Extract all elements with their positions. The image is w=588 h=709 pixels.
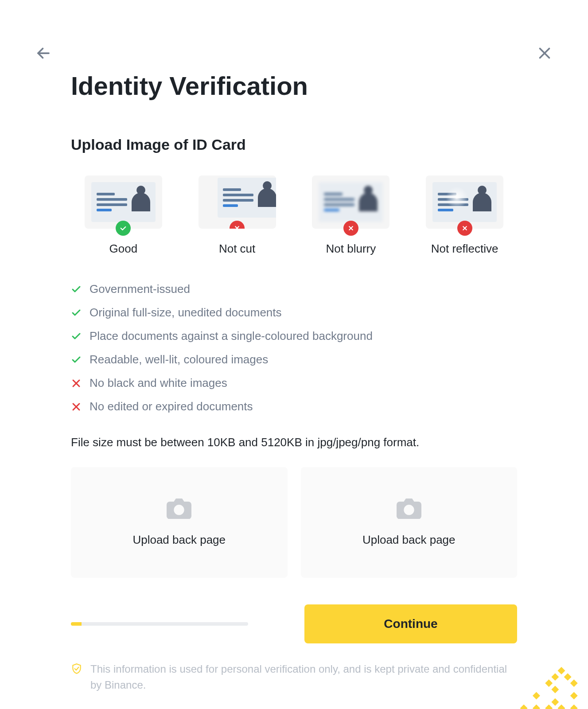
x-badge-icon: [457, 221, 472, 236]
rule-text: No edited or expired documents: [90, 400, 253, 413]
example-not-blurry: Not blurry: [299, 175, 404, 256]
svg-rect-14: [564, 673, 572, 681]
rule-item: Place documents against a single-coloure…: [71, 329, 517, 343]
continue-button[interactable]: Continue: [304, 604, 517, 643]
upload-back-box[interactable]: Upload back page: [301, 467, 518, 578]
example-card-reflective: [426, 175, 503, 229]
svg-rect-23: [551, 698, 559, 706]
example-not-cut: Not cut: [185, 175, 290, 256]
cross-icon: [71, 378, 82, 389]
svg-rect-26: [533, 692, 540, 700]
svg-rect-21: [551, 686, 559, 693]
rule-item: Original full-size, unedited documents: [71, 306, 517, 319]
check-icon: [71, 284, 82, 295]
x-badge-icon: [230, 221, 245, 229]
example-label: Not blurry: [326, 242, 376, 256]
example-not-reflective: Not reflective: [412, 175, 517, 256]
example-label: Good: [109, 242, 138, 256]
svg-rect-22: [570, 705, 578, 709]
progress-fill: [71, 622, 82, 626]
rule-text: Government-issued: [90, 282, 190, 296]
camera-icon: [167, 499, 191, 520]
page-subtitle: Upload Image of ID Card: [71, 136, 517, 153]
rule-item: Readable, well-lit, coloured images: [71, 353, 517, 366]
rule-text: Readable, well-lit, coloured images: [90, 353, 268, 366]
examples-row: Good: [71, 175, 517, 256]
file-size-note: File size must be between 10KB and 5120K…: [71, 436, 517, 449]
svg-rect-20: [545, 679, 553, 687]
check-icon: [71, 308, 82, 318]
example-label: Not cut: [219, 242, 255, 256]
svg-rect-31: [533, 705, 540, 709]
verification-modal: Identity Verification Upload Image of ID…: [9, 18, 579, 709]
progress-bar: [71, 622, 248, 626]
upload-label: Upload back page: [362, 533, 456, 547]
rule-item: No black and white images: [71, 376, 517, 390]
content: Identity Verification Upload Image of ID…: [71, 71, 517, 693]
rule-text: No black and white images: [90, 376, 227, 390]
cross-icon: [71, 401, 82, 412]
qr-corner-decoration: [517, 666, 579, 709]
svg-rect-15: [570, 679, 578, 687]
rule-item: Government-issued: [71, 282, 517, 296]
example-card-cut: [199, 175, 276, 229]
svg-rect-27: [545, 705, 553, 709]
svg-rect-17: [551, 673, 559, 681]
close-icon[interactable]: [537, 45, 553, 61]
svg-rect-18: [570, 692, 578, 700]
svg-rect-24: [558, 705, 565, 709]
page-title: Identity Verification: [71, 71, 517, 101]
rule-text: Place documents against a single-coloure…: [90, 329, 373, 343]
bottom-row: Continue: [71, 604, 517, 643]
example-card-good: [85, 175, 162, 229]
check-icon: [71, 354, 82, 365]
rule-text: Original full-size, unedited documents: [90, 306, 282, 319]
rules-list: Government-issued Original full-size, un…: [71, 282, 517, 413]
upload-label: Upload back page: [132, 533, 226, 547]
check-icon: [71, 331, 82, 342]
svg-rect-13: [558, 667, 565, 674]
disclaimer: This information is used for personal ve…: [71, 661, 517, 693]
upload-row: Upload back page Upload back page: [71, 467, 517, 578]
disclaimer-text: This information is used for personal ve…: [90, 661, 517, 693]
back-arrow-icon[interactable]: [35, 45, 51, 61]
svg-rect-32: [520, 705, 528, 709]
example-label: Not reflective: [431, 242, 498, 256]
example-card-blurry: [312, 175, 389, 229]
camera-icon: [397, 499, 421, 520]
upload-front-box[interactable]: Upload back page: [71, 467, 288, 578]
check-badge-icon: [116, 221, 131, 236]
x-badge-icon: [343, 221, 358, 236]
top-nav: [35, 45, 553, 61]
rule-item: No edited or expired documents: [71, 400, 517, 413]
shield-check-icon: [71, 663, 82, 674]
example-good: Good: [71, 175, 176, 256]
